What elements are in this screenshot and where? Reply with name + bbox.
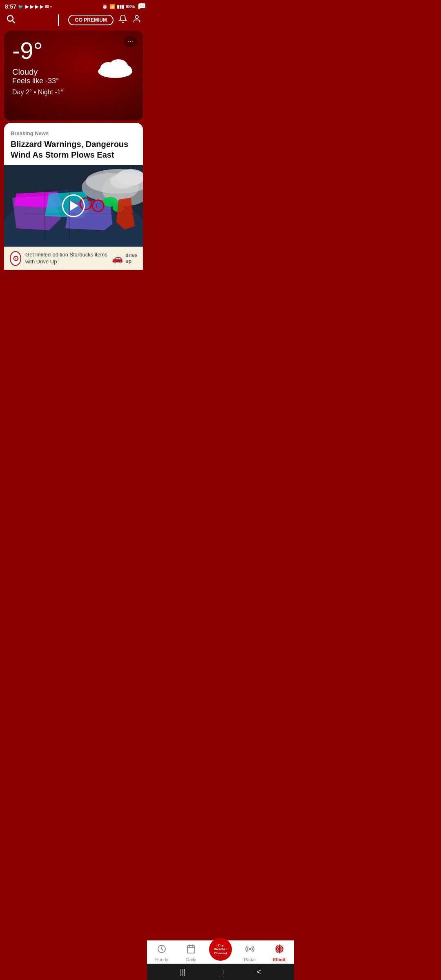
play-button[interactable] xyxy=(62,194,85,217)
top-navigation: GO PREMIUM xyxy=(0,11,147,28)
drive-up-icon: 🚗 xyxy=(112,253,123,264)
ad-left: ⊙ Get limited-edition Starbucks items wi… xyxy=(10,251,112,266)
account-icon[interactable] xyxy=(132,14,141,25)
day-high: Day 2° xyxy=(12,89,32,96)
news-headline[interactable]: Blizzard Warnings, Dangerous Wind As Sto… xyxy=(11,139,136,160)
signal-icon: ▮▮▮ xyxy=(117,4,124,9)
status-left: 8:57 🐦 ▶ ▶ ▶ ▶ ✉ • xyxy=(5,3,52,10)
svg-point-2 xyxy=(135,16,138,18)
night-low: Night -1° xyxy=(38,89,63,96)
svg-line-1 xyxy=(13,21,15,23)
weather-condition: Cloudy xyxy=(12,67,135,77)
facebook-icon: 🐦 xyxy=(18,4,24,9)
separator-dot: • xyxy=(34,89,38,96)
status-time: 8:57 xyxy=(5,3,16,10)
mail-icon: ✉ xyxy=(45,4,49,9)
ad-text: Get limited-edition Starbucks items with… xyxy=(25,252,112,265)
search-icon[interactable] xyxy=(6,14,16,26)
youtube-icon-2: ▶ xyxy=(30,4,33,9)
ad-banner[interactable]: ⊙ Get limited-edition Starbucks items wi… xyxy=(4,247,143,270)
youtube-icon-3: ▶ xyxy=(35,4,38,9)
status-bar: 8:57 🐦 ▶ ▶ ▶ ▶ ✉ • ⏰ 📶 ▮▮▮ 88% 🔋 xyxy=(0,0,147,11)
status-right: ⏰ 📶 ▮▮▮ 88% 🔋 xyxy=(102,4,142,9)
alarm-icon: ⏰ xyxy=(102,4,108,9)
go-premium-button[interactable]: GO PREMIUM xyxy=(68,15,114,25)
dots-icon: • xyxy=(50,4,52,9)
wifi-icon: 📶 xyxy=(109,4,115,9)
feels-like: Feels like -33° xyxy=(12,77,135,85)
ad-right: 🚗 drive up xyxy=(112,253,137,264)
nav-left xyxy=(6,14,16,26)
play-icon xyxy=(70,201,78,211)
drive-up-label: drive up xyxy=(125,253,137,264)
news-card: Breaking News Blizzard Warnings, Dangero… xyxy=(4,123,143,165)
weather-map[interactable]: ! ! xyxy=(4,165,143,247)
video-map-container[interactable]: ! ! xyxy=(4,165,143,247)
target-logo: ⊙ xyxy=(10,251,21,266)
nav-right: GO PREMIUM xyxy=(54,14,141,26)
breaking-news-label: Breaking News xyxy=(11,130,136,136)
youtube-icon-4: ▶ xyxy=(40,4,43,9)
battery-percent: 88% xyxy=(126,4,135,9)
youtube-icon-1: ▶ xyxy=(25,4,29,9)
weather-card: ··· -9° Cloudy Feels like -33° Day 2° • … xyxy=(4,31,143,120)
svg-point-22 xyxy=(110,174,135,189)
separator xyxy=(58,14,59,26)
ad-badge: Ad xyxy=(138,3,145,8)
day-night-temps: Day 2° • Night -1° xyxy=(12,89,135,96)
svg-text:!: ! xyxy=(96,203,98,209)
notification-icon[interactable] xyxy=(118,14,127,25)
